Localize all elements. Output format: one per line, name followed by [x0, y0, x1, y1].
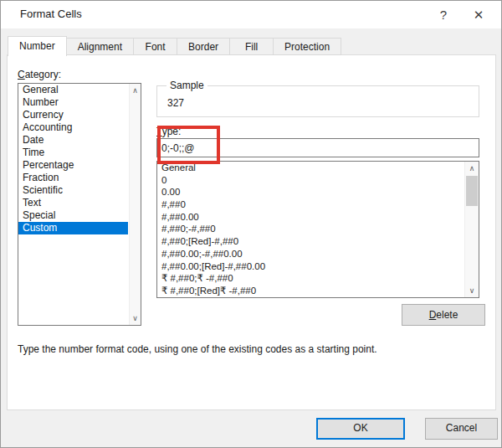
- title-bar: Format Cells ? ✕: [1, 1, 501, 28]
- type-list-items: General 0 0.00 #,##0 #,##0.00 #,##0;-#,#…: [157, 162, 464, 297]
- category-item[interactable]: Currency: [18, 109, 128, 121]
- category-item[interactable]: Date: [18, 134, 128, 147]
- tab[interactable]: Number: [8, 36, 67, 56]
- category-item[interactable]: Percentage: [18, 159, 128, 172]
- help-icon[interactable]: ?: [431, 4, 456, 25]
- category-item-label: Currency: [23, 109, 64, 121]
- tab-label: Font: [146, 41, 166, 53]
- category-item-label: Special: [23, 209, 55, 221]
- type-list-item-label: General: [161, 162, 196, 173]
- tab-label: Alignment: [78, 41, 122, 53]
- tab-label: Border: [188, 41, 218, 53]
- type-list-item-label: #,##0;[Red]-#,##0: [161, 236, 238, 246]
- category-items: General Number Currency Accounting Date …: [18, 84, 128, 234]
- type-list-item-label: #,##0.00: [161, 212, 199, 222]
- number-tab-panel: Category: General Number Currency Accoun…: [7, 54, 496, 410]
- category-item[interactable]: Fraction: [18, 172, 128, 184]
- category-item-label: General: [23, 84, 59, 95]
- category-item[interactable]: Time: [18, 147, 128, 159]
- tab[interactable]: Protection: [274, 38, 341, 55]
- category-item[interactable]: Special: [18, 209, 128, 222]
- category-item-label: Time: [23, 147, 44, 158]
- tab[interactable]: Border: [177, 38, 230, 55]
- sample-value: 327: [167, 97, 184, 109]
- ok-button[interactable]: OK: [316, 418, 405, 440]
- category-item[interactable]: Accounting: [18, 121, 128, 134]
- tab-label: Number: [19, 40, 55, 52]
- tab[interactable]: Alignment: [67, 38, 134, 55]
- type-list-item-label: #,##0.00;[Red]-#,##0.00: [161, 261, 265, 271]
- category-item-label: Date: [23, 134, 44, 146]
- help-text: Type the number format code, using one o…: [18, 343, 377, 355]
- scroll-down-icon[interactable]: ∨: [465, 285, 479, 296]
- tab[interactable]: Font: [134, 38, 177, 55]
- scroll-up-icon[interactable]: ∧: [130, 85, 141, 96]
- category-item-label: Accounting: [23, 121, 72, 133]
- scroll-up-icon[interactable]: ∧: [465, 162, 479, 174]
- tab-label: Protection: [284, 41, 330, 53]
- close-icon[interactable]: ✕: [466, 4, 491, 25]
- category-item-label: Number: [23, 96, 59, 108]
- type-list-item-label: 0.00: [161, 187, 180, 197]
- type-label: Type:: [156, 126, 181, 137]
- scroll-down-icon[interactable]: ∨: [130, 312, 141, 324]
- format-cells-dialog: Format Cells ? ✕ Number Alignment Font B…: [0, 0, 502, 448]
- type-list-item[interactable]: #,##0;-#,##0: [157, 223, 464, 235]
- category-item-label: Custom: [23, 222, 57, 234]
- category-item-label: Scientific: [23, 184, 63, 196]
- type-list-item[interactable]: #,##0.00: [157, 211, 464, 224]
- type-list-item-label: ₹ #,##0;[Red]₹ -#,##0: [161, 286, 256, 296]
- tab[interactable]: Fill: [230, 38, 274, 55]
- category-item[interactable]: General: [18, 84, 128, 96]
- delete-button[interactable]: Delete: [402, 304, 485, 326]
- category-label: Category:: [18, 69, 61, 80]
- dialog-title: Format Cells: [20, 8, 82, 20]
- type-list-item-label: #,##0: [161, 199, 186, 209]
- type-list-item[interactable]: ₹ #,##0;[Red]₹ -#,##0: [157, 285, 464, 297]
- type-list-item-label: #,##0;-#,##0: [161, 224, 216, 234]
- type-listbox[interactable]: General 0 0.00 #,##0 #,##0.00 #,##0;-#,#…: [156, 161, 479, 298]
- category-item[interactable]: Custom: [18, 222, 128, 234]
- tab-strip: Number Alignment Font Border Fill Protec…: [8, 36, 341, 55]
- type-list-item[interactable]: General: [157, 162, 464, 174]
- type-list-item[interactable]: 0.00: [157, 186, 464, 198]
- type-list-item[interactable]: ₹ #,##0;₹ -#,##0: [157, 272, 464, 285]
- category-item[interactable]: Scientific: [18, 184, 128, 197]
- type-list-item[interactable]: #,##0.00;-#,##0.00: [157, 248, 464, 260]
- category-item[interactable]: Text: [18, 197, 128, 209]
- sample-groupbox: Sample 327: [156, 85, 479, 117]
- type-list-item-label: ₹ #,##0;₹ -#,##0: [161, 273, 233, 283]
- tab-label: Fill: [245, 41, 258, 53]
- category-item[interactable]: Number: [18, 96, 128, 109]
- type-list-item[interactable]: #,##0: [157, 198, 464, 211]
- cancel-button[interactable]: Cancel: [425, 418, 498, 440]
- category-item-label: Percentage: [23, 159, 74, 171]
- type-list-item-label: 0: [161, 175, 166, 185]
- scrollbar-thumb[interactable]: [466, 176, 478, 206]
- type-list-item-label: #,##0.00;-#,##0.00: [161, 249, 243, 259]
- sample-legend: Sample: [166, 80, 207, 91]
- type-list-item[interactable]: #,##0.00;[Red]-#,##0.00: [157, 260, 464, 273]
- category-listbox[interactable]: General Number Currency Accounting Date …: [18, 83, 141, 326]
- category-scrollbar[interactable]: ∧ ∨: [129, 84, 141, 325]
- type-list-item[interactable]: #,##0;[Red]-#,##0: [157, 235, 464, 248]
- type-list-item[interactable]: 0: [157, 174, 464, 187]
- type-scrollbar[interactable]: ∧ ∨: [464, 162, 479, 297]
- type-input[interactable]: [156, 138, 479, 157]
- category-item-label: Text: [23, 197, 41, 209]
- category-item-label: Fraction: [23, 172, 59, 183]
